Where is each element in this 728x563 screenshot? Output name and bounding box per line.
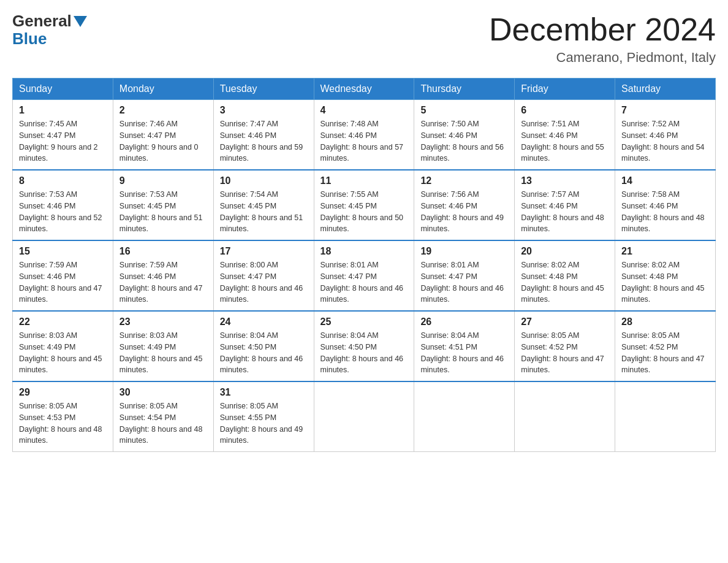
daylight-label: Daylight: 8 hours and 46 minutes. — [220, 354, 303, 375]
day-number: 23 — [119, 316, 207, 327]
calendar-day-cell: 13 Sunrise: 7:57 AM Sunset: 4:46 PM Dayl… — [515, 170, 615, 240]
day-info: Sunrise: 8:05 AM Sunset: 4:52 PM Dayligh… — [621, 330, 709, 376]
daylight-label: Daylight: 8 hours and 49 minutes. — [420, 213, 504, 234]
calendar-day-cell: 30 Sunrise: 8:05 AM Sunset: 4:54 PM Dayl… — [113, 381, 213, 452]
sunset-label: Sunset: 4:45 PM — [220, 202, 276, 210]
calendar-day-cell: 22 Sunrise: 8:03 AM Sunset: 4:49 PM Dayl… — [13, 311, 113, 381]
day-number: 29 — [19, 387, 107, 398]
calendar-day-cell: 27 Sunrise: 8:05 AM Sunset: 4:52 PM Dayl… — [515, 311, 615, 381]
sunrise-label: Sunrise: 8:02 AM — [621, 261, 680, 269]
calendar-day-cell: 11 Sunrise: 7:55 AM Sunset: 4:45 PM Dayl… — [314, 170, 414, 240]
logo-blue-text: Blue — [12, 29, 47, 48]
sunset-label: Sunset: 4:46 PM — [220, 131, 276, 140]
daylight-label: Daylight: 8 hours and 47 minutes. — [19, 284, 102, 304]
day-number: 15 — [19, 246, 107, 257]
sunset-label: Sunset: 4:47 PM — [420, 272, 477, 281]
sunrise-label: Sunrise: 8:03 AM — [119, 331, 178, 340]
day-number: 3 — [220, 105, 308, 116]
calendar-day-cell: 25 Sunrise: 8:04 AM Sunset: 4:50 PM Dayl… — [314, 311, 414, 381]
day-number: 24 — [220, 316, 308, 327]
sunset-label: Sunset: 4:52 PM — [621, 343, 678, 351]
day-info: Sunrise: 7:56 AM Sunset: 4:46 PM Dayligh… — [420, 189, 508, 235]
daylight-label: Daylight: 8 hours and 47 minutes. — [621, 354, 705, 375]
daylight-label: Daylight: 8 hours and 46 minutes. — [420, 284, 504, 304]
calendar-day-cell: 24 Sunrise: 8:04 AM Sunset: 4:50 PM Dayl… — [213, 311, 314, 381]
sunset-label: Sunset: 4:46 PM — [320, 131, 377, 140]
sunrise-label: Sunrise: 7:59 AM — [119, 261, 178, 269]
sunset-label: Sunset: 4:46 PM — [19, 202, 75, 210]
daylight-label: Daylight: 9 hours and 2 minutes. — [19, 143, 98, 163]
sunset-label: Sunset: 4:46 PM — [521, 131, 577, 140]
day-info: Sunrise: 7:52 AM Sunset: 4:46 PM Dayligh… — [621, 118, 709, 164]
day-number: 13 — [521, 175, 609, 186]
calendar-day-cell: 2 Sunrise: 7:46 AM Sunset: 4:47 PM Dayli… — [113, 100, 213, 170]
calendar-day-cell — [615, 381, 716, 452]
title-block: December 2024 Camerano, Piedmont, Italy — [489, 12, 716, 66]
sunrise-label: Sunrise: 8:05 AM — [621, 331, 680, 340]
calendar-day-cell: 26 Sunrise: 8:04 AM Sunset: 4:51 PM Dayl… — [414, 311, 515, 381]
day-number: 6 — [521, 105, 609, 116]
daylight-label: Daylight: 8 hours and 48 minutes. — [19, 425, 102, 445]
day-info: Sunrise: 7:58 AM Sunset: 4:46 PM Dayligh… — [621, 189, 709, 235]
calendar-day-cell: 28 Sunrise: 8:05 AM Sunset: 4:52 PM Dayl… — [615, 311, 716, 381]
day-info: Sunrise: 8:04 AM Sunset: 4:50 PM Dayligh… — [320, 330, 408, 376]
sunrise-label: Sunrise: 8:05 AM — [521, 331, 579, 340]
day-number: 19 — [420, 246, 508, 257]
sunset-label: Sunset: 4:48 PM — [521, 272, 577, 281]
header-saturday: Saturday — [615, 79, 716, 100]
sunset-label: Sunset: 4:45 PM — [320, 202, 377, 210]
daylight-label: Daylight: 8 hours and 57 minutes. — [320, 143, 404, 163]
day-info: Sunrise: 8:02 AM Sunset: 4:48 PM Dayligh… — [621, 259, 709, 305]
sunrise-label: Sunrise: 8:04 AM — [420, 331, 479, 340]
daylight-label: Daylight: 8 hours and 46 minutes. — [220, 284, 303, 304]
calendar-day-cell: 21 Sunrise: 8:02 AM Sunset: 4:48 PM Dayl… — [615, 240, 716, 311]
sunset-label: Sunset: 4:46 PM — [420, 131, 477, 140]
daylight-label: Daylight: 8 hours and 45 minutes. — [119, 354, 203, 375]
sunset-label: Sunset: 4:46 PM — [621, 202, 678, 210]
sunrise-label: Sunrise: 7:46 AM — [119, 120, 178, 128]
day-info: Sunrise: 8:04 AM Sunset: 4:50 PM Dayligh… — [220, 330, 308, 376]
day-info: Sunrise: 8:05 AM Sunset: 4:52 PM Dayligh… — [521, 330, 609, 376]
calendar-day-cell: 4 Sunrise: 7:48 AM Sunset: 4:46 PM Dayli… — [314, 100, 414, 170]
daylight-label: Daylight: 8 hours and 56 minutes. — [420, 143, 504, 163]
sunrise-label: Sunrise: 7:45 AM — [19, 120, 77, 128]
sunrise-label: Sunrise: 8:01 AM — [320, 261, 379, 269]
sunrise-label: Sunrise: 8:02 AM — [521, 261, 579, 269]
day-number: 14 — [621, 175, 709, 186]
day-number: 20 — [521, 246, 609, 257]
sunrise-label: Sunrise: 7:55 AM — [320, 190, 379, 199]
sunrise-label: Sunrise: 8:04 AM — [220, 331, 278, 340]
sunrise-label: Sunrise: 8:05 AM — [119, 402, 178, 410]
daylight-label: Daylight: 8 hours and 46 minutes. — [420, 354, 504, 375]
sunset-label: Sunset: 4:45 PM — [119, 202, 176, 210]
daylight-label: Daylight: 9 hours and 0 minutes. — [119, 143, 199, 163]
daylight-label: Daylight: 8 hours and 45 minutes. — [521, 284, 604, 304]
sunset-label: Sunset: 4:47 PM — [119, 131, 176, 140]
sunset-label: Sunset: 4:52 PM — [521, 343, 577, 351]
sunset-label: Sunset: 4:53 PM — [19, 413, 75, 422]
calendar-day-cell: 1 Sunrise: 7:45 AM Sunset: 4:47 PM Dayli… — [13, 100, 113, 170]
day-info: Sunrise: 8:04 AM Sunset: 4:51 PM Dayligh… — [420, 330, 508, 376]
day-info: Sunrise: 7:57 AM Sunset: 4:46 PM Dayligh… — [521, 189, 609, 235]
day-number: 30 — [119, 387, 207, 398]
daylight-label: Daylight: 8 hours and 47 minutes. — [119, 284, 203, 304]
header-wednesday: Wednesday — [314, 79, 414, 100]
sunrise-label: Sunrise: 7:59 AM — [19, 261, 77, 269]
sunset-label: Sunset: 4:48 PM — [621, 272, 678, 281]
sunrise-label: Sunrise: 7:48 AM — [320, 120, 379, 128]
sunset-label: Sunset: 4:46 PM — [19, 272, 75, 281]
sunrise-label: Sunrise: 7:54 AM — [220, 190, 278, 199]
sunrise-label: Sunrise: 8:04 AM — [320, 331, 379, 340]
day-number: 11 — [320, 175, 408, 186]
sunrise-label: Sunrise: 7:50 AM — [420, 120, 479, 128]
calendar-day-cell: 3 Sunrise: 7:47 AM Sunset: 4:46 PM Dayli… — [213, 100, 314, 170]
sunrise-label: Sunrise: 8:01 AM — [420, 261, 479, 269]
calendar-day-cell: 8 Sunrise: 7:53 AM Sunset: 4:46 PM Dayli… — [13, 170, 113, 240]
day-info: Sunrise: 8:02 AM Sunset: 4:48 PM Dayligh… — [521, 259, 609, 305]
logo-arrow-icon — [74, 16, 87, 27]
day-number: 16 — [119, 246, 207, 257]
header-sunday: Sunday — [13, 79, 113, 100]
calendar-day-cell — [414, 381, 515, 452]
calendar-day-cell: 23 Sunrise: 8:03 AM Sunset: 4:49 PM Dayl… — [113, 311, 213, 381]
calendar-day-cell — [515, 381, 615, 452]
